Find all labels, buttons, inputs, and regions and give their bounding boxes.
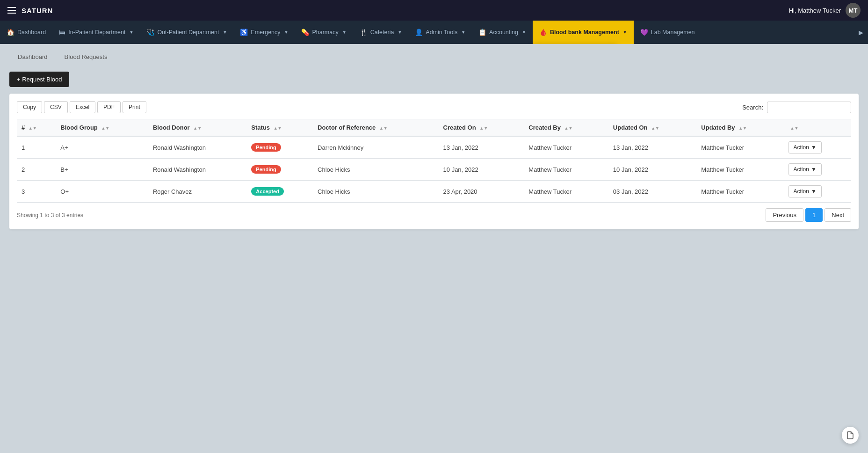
cell-status: Pending <box>246 159 313 181</box>
nav-scroll-right[interactable]: ▶ <box>854 21 868 44</box>
nav-emergency[interactable]: ♿ Emergency ▼ <box>233 21 295 44</box>
cell-updated-on: 10 Jan, 2022 <box>608 159 696 181</box>
cell-updated-on: 13 Jan, 2022 <box>608 136 696 159</box>
col-num: # ▲▼ <box>17 119 56 137</box>
secondary-nav-blood-requests[interactable]: Blood Requests <box>56 50 116 65</box>
table-header-row: # ▲▼ Blood Group ▲▼ Blood Donor ▲▼ Statu… <box>17 119 851 137</box>
action-caret: ▼ <box>811 166 817 173</box>
print-button[interactable]: Print <box>123 101 146 113</box>
cell-action: Action ▼ <box>784 181 851 203</box>
nav-admin-label: Admin Tools <box>426 29 457 36</box>
col-created-on: Created On ▲▼ <box>439 119 524 137</box>
hamburger-menu[interactable] <box>7 7 16 14</box>
outpatient-caret: ▼ <box>223 30 227 35</box>
topbar: SATURN Hi, Matthew Tucker MT <box>0 0 868 21</box>
table-card: Copy CSV Excel PDF Print Search: # ▲▼ Bl… <box>9 94 859 229</box>
cafeteria-icon: 🍴 <box>360 29 368 36</box>
cell-created-on: 13 Jan, 2022 <box>439 136 524 159</box>
cell-created-on: 10 Jan, 2022 <box>439 159 524 181</box>
table-row: 2 B+ Ronald Washington Pending Chloe Hic… <box>17 159 851 181</box>
cell-blood-donor: Roger Chavez <box>148 181 246 203</box>
cafeteria-caret: ▼ <box>398 30 402 35</box>
main-content: + Request Blood Copy CSV Excel PDF Print… <box>0 65 868 236</box>
nav-outpatient-label: Out-Patient Department <box>157 29 219 36</box>
action-caret: ▼ <box>811 188 817 195</box>
inpatient-icon: 🛏 <box>59 29 65 36</box>
pagination-buttons: Previous 1 Next <box>766 208 851 222</box>
cell-created-by: Matthew Tucker <box>524 136 608 159</box>
col-blood-group: Blood Group ▲▼ <box>56 119 148 137</box>
cell-num: 3 <box>17 181 56 203</box>
brand-name: SATURN <box>22 7 53 15</box>
secondary-nav: Dashboard Blood Requests <box>0 44 868 65</box>
action-caret: ▼ <box>811 144 817 151</box>
pharmacy-icon: 💊 <box>301 29 309 36</box>
bloodbank-icon: 🩸 <box>539 29 547 36</box>
next-button[interactable]: Next <box>825 208 851 222</box>
nav-accounting[interactable]: 📋 Accounting ▼ <box>472 21 533 44</box>
admin-caret: ▼ <box>461 30 465 35</box>
action-button[interactable]: Action ▼ <box>788 185 822 197</box>
help-icon[interactable] <box>842 427 859 444</box>
table-row: 1 A+ Ronald Washington Pending Darren Mc… <box>17 136 851 159</box>
nav-admin[interactable]: 👤 Admin Tools ▼ <box>408 21 472 44</box>
nav-bloodbank[interactable]: 🩸 Blood bank Management ▼ Blood Requests… <box>533 21 634 44</box>
nav-pharmacy-label: Pharmacy <box>312 29 338 36</box>
cell-created-by: Matthew Tucker <box>524 181 608 203</box>
avatar[interactable]: MT <box>846 3 861 18</box>
col-doctor: Doctor of Reference ▲▼ <box>313 119 439 137</box>
cell-doctor: Chloe Hicks <box>313 159 439 181</box>
col-updated-on: Updated On ▲▼ <box>608 119 696 137</box>
cell-action: Action ▼ <box>784 136 851 159</box>
cell-created-by: Matthew Tucker <box>524 159 608 181</box>
cell-doctor: Darren Mckinney <box>313 136 439 159</box>
nav-accounting-label: Accounting <box>489 29 518 36</box>
request-blood-button[interactable]: + Request Blood <box>9 72 69 87</box>
cell-updated-by: Matthew Tucker <box>696 181 783 203</box>
table-row: 3 O+ Roger Chavez Accepted Chloe Hicks 2… <box>17 181 851 203</box>
lab-icon: 💜 <box>640 29 648 36</box>
status-badge: Pending <box>251 165 281 174</box>
nav-pharmacy[interactable]: 💊 Pharmacy ▼ <box>295 21 353 44</box>
copy-button[interactable]: Copy <box>17 101 42 113</box>
nav-cafeteria[interactable]: 🍴 Cafeteria ▼ <box>353 21 409 44</box>
search-input[interactable] <box>767 102 851 113</box>
excel-button[interactable]: Excel <box>70 101 95 113</box>
nav-labmanagement[interactable]: 💜 Lab Managemen <box>634 21 702 44</box>
status-badge: Accepted <box>251 187 284 196</box>
navbar: 🏠 Dashboard 🛏 In-Patient Department ▼ 🩺 … <box>0 21 868 44</box>
topbar-right: Hi, Matthew Tucker MT <box>789 3 861 18</box>
cell-created-on: 23 Apr, 2020 <box>439 181 524 203</box>
pdf-button[interactable]: PDF <box>97 101 121 113</box>
action-button[interactable]: Action ▼ <box>788 163 822 175</box>
showing-text: Showing 1 to 3 of 3 entries <box>17 212 83 219</box>
nav-cafeteria-label: Cafeteria <box>370 29 394 36</box>
accounting-caret: ▼ <box>522 30 526 35</box>
nav-outpatient[interactable]: 🩺 Out-Patient Department ▼ <box>140 21 233 44</box>
col-action: ▲▼ <box>784 119 851 137</box>
nav-bloodbank-label: Blood bank Management <box>550 29 619 36</box>
emergency-caret: ▼ <box>284 30 289 35</box>
cell-num: 2 <box>17 159 56 181</box>
nav-dashboard[interactable]: 🏠 Dashboard <box>0 21 52 44</box>
inpatient-caret: ▼ <box>129 30 133 35</box>
cell-updated-on: 03 Jan, 2022 <box>608 181 696 203</box>
dashboard-icon: 🏠 <box>7 29 14 36</box>
nav-inpatient[interactable]: 🛏 In-Patient Department ▼ <box>52 21 140 44</box>
cell-status: Pending <box>246 136 313 159</box>
action-button[interactable]: Action ▼ <box>788 141 822 153</box>
admin-icon: 👤 <box>415 29 423 36</box>
bloodbank-caret: ▼ <box>623 30 627 35</box>
col-updated-by: Updated By ▲▼ <box>696 119 783 137</box>
col-blood-donor: Blood Donor ▲▼ <box>148 119 246 137</box>
user-greeting: Hi, Matthew Tucker <box>789 7 841 14</box>
cell-blood-group: B+ <box>56 159 148 181</box>
outpatient-icon: 🩺 <box>146 29 154 36</box>
csv-button[interactable]: CSV <box>44 101 68 113</box>
search-label: Search: <box>742 104 763 111</box>
cell-num: 1 <box>17 136 56 159</box>
previous-button[interactable]: Previous <box>766 208 803 222</box>
secondary-nav-dashboard[interactable]: Dashboard <box>9 50 56 65</box>
page-1-button[interactable]: 1 <box>805 208 823 222</box>
cell-status: Accepted <box>246 181 313 203</box>
